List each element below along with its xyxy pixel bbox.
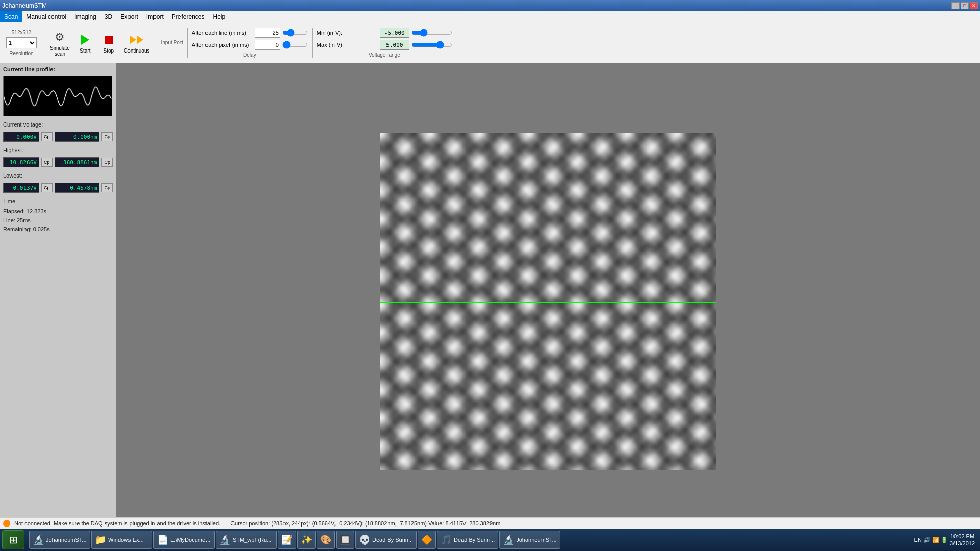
resolution-select[interactable]: 1248 <box>6 37 37 48</box>
taskbar-label-stm-wpf: STM_wpf (Ru... <box>233 537 271 543</box>
menu-preferences[interactable]: Preferences <box>168 11 209 22</box>
cp-button-2[interactable]: Cp <box>101 132 113 141</box>
lowest-voltage-display: 0.0137V <box>3 183 39 193</box>
lowest-nm-display: 0.4578nm <box>55 183 100 193</box>
taskbar-item-explorer[interactable]: 📁 Windows Ex... <box>91 531 152 549</box>
continuous-icon <box>128 32 145 48</box>
min-volt-label: Min (in V): <box>317 30 378 36</box>
menu-help[interactable]: Help <box>209 11 230 22</box>
taskbar-icon-explorer: 📁 <box>95 534 106 545</box>
after-line-input[interactable] <box>255 28 280 38</box>
statusbar: Not connected. Make sure the DAQ system … <box>0 517 980 529</box>
time-label: Time: <box>3 198 113 204</box>
taskbar-label-dead-sunrise1: Dead By Sunri... <box>372 537 413 543</box>
taskbar-icon-2: ✨ <box>301 534 312 545</box>
continuous-button[interactable]: Continuous <box>121 30 152 55</box>
taskbar-item-icon4[interactable]: 🔲 <box>336 531 354 549</box>
delay-label: Delay <box>192 52 308 58</box>
simulate-button[interactable]: ⚙ Simulatescan <box>47 28 72 58</box>
voltage-range-label: Voltage range <box>317 52 452 58</box>
taskbar-item-johanneum2[interactable]: 🔬 JohanneumST... <box>499 531 560 549</box>
taskbar-item-icon2[interactable]: ✨ <box>297 531 316 549</box>
remaining-text: Remaining: 0.025s <box>3 225 113 234</box>
line-profile-label: Current line profile: <box>3 66 113 72</box>
highest-nm-display: 360.8861nm <box>55 157 100 167</box>
cp-button-3[interactable]: Cp <box>41 158 53 167</box>
taskbar-icon-vlc: 🔶 <box>421 534 432 545</box>
taskbar-label-explorer: Windows Ex... <box>108 537 144 543</box>
taskbar-item-file[interactable]: 📝 <box>278 531 296 549</box>
titlebar-title: JohanneumSTM <box>2 2 47 9</box>
taskbar-icon-johanneum1: 🔬 <box>33 534 44 545</box>
tray-clock[interactable]: 10:02 PM 3/13/2012 <box>950 533 975 547</box>
nm-display-1: 0.000nm <box>55 132 100 142</box>
resolution-label: Resolution <box>9 51 33 56</box>
taskbar-icon-4: 🔲 <box>340 534 351 545</box>
after-pixel-slider[interactable] <box>282 41 308 49</box>
menu-3d[interactable]: 3D <box>100 11 116 22</box>
cp-button-4[interactable]: Cp <box>101 158 113 167</box>
taskbar-item-johanneum1[interactable]: 🔬 JohanneumST... <box>29 531 90 549</box>
taskbar-label-documents: E:\MyDocume... <box>170 537 210 543</box>
toolbar: 512x512 1248 Resolution ⚙ Simulatescan S… <box>0 22 980 63</box>
taskbar-icon-blender: 🎨 <box>320 534 331 545</box>
max-volt-label: Max (in V): <box>317 42 378 48</box>
max-volt-slider[interactable] <box>411 41 452 49</box>
close-button[interactable]: ✕ <box>970 2 978 9</box>
resolution-group: 512x512 1248 Resolution <box>4 30 39 56</box>
start-icon <box>77 32 93 48</box>
voltage-row-lowest: 0.0137V Cp 0.4578nm Cp <box>3 183 113 193</box>
titlebar: JohanneumSTM ─ □ ✕ <box>0 0 980 11</box>
cp-button-1[interactable]: Cp <box>41 132 53 141</box>
minimize-button[interactable]: ─ <box>951 2 960 9</box>
tray-time: 10:02 PM <box>950 533 975 540</box>
menu-manual-control[interactable]: Manual control <box>22 11 70 22</box>
after-line-slider[interactable] <box>282 29 308 37</box>
taskbar-item-stm-wpf[interactable]: 🔬 STM_wpf (Ru... <box>216 531 277 549</box>
taskbar-icon-media: 🎵 <box>441 534 452 545</box>
min-volt-input[interactable] <box>380 28 409 38</box>
taskbar-item-vlc[interactable]: 🔶 <box>418 531 436 549</box>
taskbar-item-blender[interactable]: 🎨 <box>317 531 335 549</box>
min-volt-slider[interactable] <box>411 29 452 37</box>
start-button[interactable]: Start <box>74 30 96 55</box>
start-menu-button[interactable]: ⊞ <box>2 530 24 549</box>
tray-icons: EN 🔊 📶 🔋 <box>914 537 948 543</box>
titlebar-controls: ─ □ ✕ <box>951 2 978 9</box>
cp-button-6[interactable]: Cp <box>101 183 113 192</box>
stop-label: Stop <box>104 48 114 54</box>
line-profile-canvas <box>3 76 112 116</box>
taskbar-label-johanneum1: JohanneumST... <box>46 537 87 543</box>
voltage-range-group: Min (in V): Max (in V): Voltage range <box>317 28 452 58</box>
left-panel: Current line profile: Current voltage: 0… <box>0 63 116 540</box>
maximize-button[interactable]: □ <box>961 2 969 9</box>
taskbar-label-johanneum2: JohanneumST... <box>516 537 557 543</box>
taskbar: ⊞ 🔬 JohanneumST... 📁 Windows Ex... 📄 E:\… <box>0 529 980 551</box>
menu-imaging[interactable]: Imaging <box>70 11 100 22</box>
statusbar-message: Not connected. Make sure the DAQ system … <box>14 520 220 527</box>
after-pixel-input[interactable] <box>255 40 280 50</box>
elapsed-text: Elapsed: 12.823s <box>3 207 113 216</box>
menu-export[interactable]: Export <box>116 11 142 22</box>
line-text: Line: 25ms <box>3 216 113 226</box>
taskbar-icon-documents: 📄 <box>157 534 168 545</box>
current-voltage-label: Current voltage: <box>3 121 113 128</box>
stop-button[interactable]: Stop <box>98 30 119 55</box>
simulate-label: Simulatescan <box>50 45 70 57</box>
time-info: Elapsed: 12.823s Line: 25ms Remaining: 0… <box>3 207 113 234</box>
menu-scan[interactable]: Scan <box>0 11 22 22</box>
scan-image[interactable] <box>380 133 716 470</box>
taskbar-item-documents[interactable]: 📄 E:\MyDocume... <box>153 531 215 549</box>
taskbar-item-dead-sunrise1[interactable]: 💀 Dead By Sunri... <box>355 531 417 549</box>
taskbar-icon-stm-wpf: 🔬 <box>219 534 230 545</box>
start-label: Start <box>80 48 90 54</box>
taskbar-icon-johanneum2: 🔬 <box>503 534 514 545</box>
highest-label: Highest: <box>3 147 113 153</box>
taskbar-icon-file: 📝 <box>281 534 293 545</box>
scan-image-container <box>380 133 716 470</box>
cp-button-5[interactable]: Cp <box>41 183 53 192</box>
max-volt-input[interactable] <box>380 40 409 50</box>
taskbar-item-media[interactable]: 🎵 Dead By Sunri... <box>437 531 498 549</box>
menu-import[interactable]: Import <box>142 11 168 22</box>
system-tray: EN 🔊 📶 🔋 10:02 PM 3/13/2012 <box>914 533 978 547</box>
